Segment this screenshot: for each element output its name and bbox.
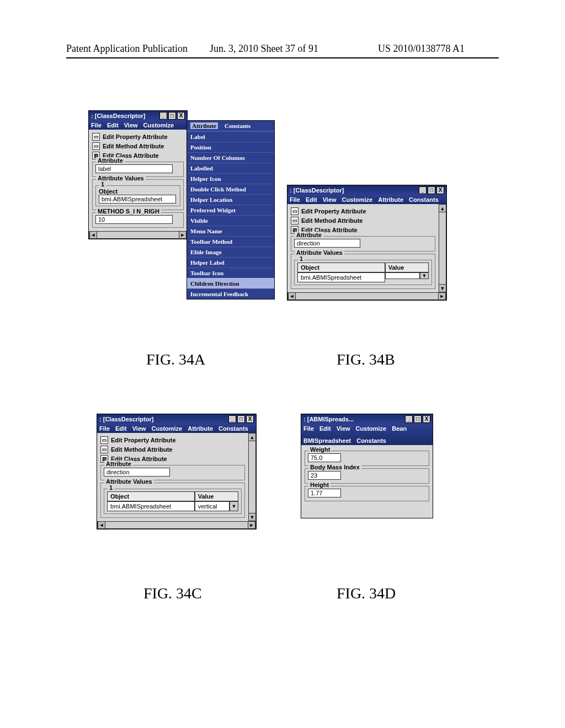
dropdown-item[interactable]: Preferred Widget: [187, 205, 274, 215]
dropdown-item[interactable]: Menu Name: [187, 226, 274, 236]
menu-file[interactable]: File: [91, 122, 102, 129]
dropdown-tab-constants[interactable]: Constants: [225, 122, 250, 129]
menu-edit[interactable]: Edit: [107, 122, 119, 129]
scroll-up-icon[interactable]: ▲: [439, 205, 446, 212]
titlebar[interactable]: : [ClassDescriptor] _ □ X: [287, 185, 446, 195]
minimize-icon[interactable]: _: [159, 112, 167, 120]
cell-object[interactable]: bmi.ABMISpreadsheet: [297, 272, 385, 282]
menu-attribute[interactable]: Attribute: [378, 196, 403, 203]
methods-field[interactable]: 10: [95, 215, 173, 224]
dropdown-item[interactable]: Toolbar Method: [187, 236, 274, 247]
col-object: Object: [297, 263, 385, 272]
menu-edit[interactable]: Edit: [319, 425, 331, 432]
close-icon[interactable]: X: [177, 112, 185, 120]
dropdown-item[interactable]: Helper Location: [187, 194, 274, 205]
scroll-right-icon[interactable]: ►: [248, 522, 255, 528]
attribute-field[interactable]: direction: [294, 239, 360, 248]
dropdown-item[interactable]: Label: [187, 131, 274, 142]
dropdown-item[interactable]: Helper Icon: [187, 173, 274, 184]
dropdown-icon[interactable]: ▼: [420, 272, 429, 279]
close-icon[interactable]: X: [246, 415, 254, 423]
window-body: Weight 75.0 Body Mass Index 23 Height 1.…: [301, 445, 433, 518]
scroll-down-icon[interactable]: ▼: [439, 284, 446, 292]
scroll-up-icon[interactable]: ▲: [249, 433, 255, 441]
cell-value[interactable]: vertical: [195, 501, 230, 511]
cell-value[interactable]: [385, 272, 420, 279]
maximize-icon[interactable]: □: [237, 415, 245, 423]
maximize-icon[interactable]: □: [168, 112, 176, 120]
menu-customize[interactable]: Customize: [342, 196, 373, 203]
action-edit-property[interactable]: ▭Edit Property Attribute: [291, 207, 435, 215]
menu-constants[interactable]: Constants: [356, 437, 386, 444]
dropdown-item[interactable]: Visible: [187, 215, 274, 226]
menu-view[interactable]: View: [124, 122, 138, 129]
height-field[interactable]: 1.77: [308, 489, 341, 497]
scroll-right-icon[interactable]: ►: [179, 232, 186, 238]
titlebar[interactable]: : [ClassDescriptor] _ □ X: [97, 414, 256, 424]
vertical-scrollbar[interactable]: ▲ ▼: [248, 433, 256, 521]
menu-file[interactable]: File: [99, 425, 110, 432]
list-icon: ▭: [100, 436, 108, 444]
dropdown-item[interactable]: Double Click Method: [187, 184, 274, 194]
menu-attribute[interactable]: Attribute: [188, 425, 213, 432]
titlebar[interactable]: : [ClassDescriptor] _ □ X: [89, 111, 187, 121]
menu-constants[interactable]: Constants: [218, 425, 248, 432]
maximize-icon[interactable]: □: [428, 186, 435, 194]
dropdown-item[interactable]: Helper Label: [187, 257, 274, 267]
scroll-left-icon[interactable]: ◄: [288, 293, 296, 299]
maximize-icon[interactable]: □: [414, 415, 422, 423]
dropdown-item[interactable]: Position: [187, 142, 274, 152]
scroll-right-icon[interactable]: ►: [438, 293, 446, 299]
minimize-icon[interactable]: _: [228, 415, 236, 423]
dropdown-item[interactable]: Elide Image: [187, 247, 274, 257]
menu-bean[interactable]: Bean: [392, 425, 407, 432]
dropdown-icon[interactable]: ▼: [230, 501, 238, 511]
menu-file[interactable]: File: [303, 425, 314, 432]
close-icon[interactable]: X: [423, 415, 430, 423]
minimize-icon[interactable]: _: [405, 415, 413, 423]
object-field[interactable]: bmi.ABMISpreadsheet: [99, 195, 176, 204]
dropdown-item[interactable]: Incremental Feedback: [187, 288, 274, 299]
menu-file[interactable]: File: [290, 196, 300, 203]
group-legend: METHOD S_I N_RIGH: [96, 208, 161, 215]
minimize-icon[interactable]: _: [419, 186, 427, 194]
scroll-left-icon[interactable]: ◄: [89, 232, 97, 238]
action-edit-method[interactable]: ▭Edit Method Attribute: [291, 217, 435, 224]
menu-customize[interactable]: Customize: [152, 425, 183, 432]
dropdown-item[interactable]: Labelled: [187, 163, 274, 173]
scroll-left-icon[interactable]: ◄: [98, 522, 105, 528]
action-edit-method[interactable]: ▭Edit Method Attribute: [100, 446, 245, 453]
menu-view[interactable]: View: [132, 425, 146, 432]
menu-customize[interactable]: Customize: [356, 425, 387, 432]
dropdown-item-selected[interactable]: Children Direction: [187, 278, 274, 288]
dropdown-tab-attribute[interactable]: Attribute: [190, 122, 218, 129]
action-edit-property[interactable]: ▭Edit Property Attribute: [92, 133, 184, 141]
vertical-scrollbar[interactable]: ▲ ▼: [439, 204, 446, 292]
menu-constants[interactable]: Constants: [409, 196, 439, 203]
scroll-track[interactable]: [249, 441, 255, 513]
horizontal-scrollbar[interactable]: ◄ ►: [97, 521, 256, 529]
action-edit-property[interactable]: ▭Edit Property Attribute: [100, 436, 245, 444]
group-legend: Attribute: [96, 157, 125, 164]
menu-bmispreadsheet[interactable]: BMISpreadsheet: [303, 437, 351, 444]
scroll-track[interactable]: [439, 212, 446, 284]
horizontal-scrollbar[interactable]: ◄ ►: [287, 292, 446, 300]
attribute-field[interactable]: label: [95, 164, 173, 173]
weight-field[interactable]: 75.0: [308, 453, 341, 462]
horizontal-scrollbar[interactable]: ◄ ►: [89, 231, 187, 239]
attribute-field[interactable]: direction: [104, 468, 170, 477]
scroll-down-icon[interactable]: ▼: [249, 513, 255, 521]
menu-edit[interactable]: Edit: [115, 425, 127, 432]
menu-view[interactable]: View: [323, 196, 337, 203]
titlebar[interactable]: : [ABMISpreads... _ □ X: [301, 414, 433, 424]
action-edit-method[interactable]: ▭Edit Method Attribute: [92, 142, 184, 150]
cell-object[interactable]: bmi.ABMISpreadsheet: [107, 501, 195, 511]
dropdown-item[interactable]: Number Of Columns: [187, 152, 274, 163]
menu-customize[interactable]: Customize: [143, 122, 174, 129]
bmi-field[interactable]: 23: [308, 471, 341, 480]
dropdown-item[interactable]: Toolbar Icon: [187, 267, 274, 278]
close-icon[interactable]: X: [436, 186, 444, 194]
menu-edit[interactable]: Edit: [306, 196, 317, 203]
menu-view[interactable]: View: [337, 425, 350, 432]
group-attribute-values: Attribute Values 1 Object bmi.ABMISpread…: [291, 254, 435, 289]
